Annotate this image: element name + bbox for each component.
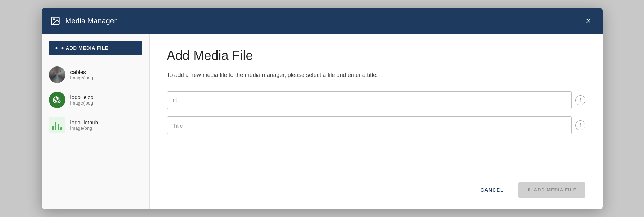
bar-2 (55, 122, 56, 130)
thumbnail-logo-elco: e (49, 92, 65, 108)
cancel-button[interactable]: CANCEL (475, 183, 509, 197)
add-media-file-sidebar-label: + ADD MEDIA FILE (61, 45, 109, 51)
close-button[interactable]: × (583, 15, 594, 27)
thumbnail-logo-iothub (49, 117, 65, 133)
thumbnail-cables (49, 66, 65, 83)
add-media-file-sidebar-button[interactable]: + + ADD MEDIA FILE (49, 41, 142, 55)
media-item-info: cables image/jpeg (70, 69, 93, 80)
svg-point-1 (53, 19, 55, 20)
modal-header: Media Manager × (42, 8, 603, 34)
title-input[interactable] (167, 116, 572, 134)
iothub-bars (52, 120, 62, 130)
media-item-name: logo_elco (70, 94, 93, 100)
media-item-info: logo_iothub image/png (70, 119, 99, 131)
list-item[interactable]: logo_iothub image/png (42, 112, 149, 138)
modal-body: + + ADD MEDIA FILE cables image/jpeg (42, 34, 603, 209)
title-field-group: i (167, 116, 585, 134)
form-description: To add a new media file to the media man… (167, 72, 585, 78)
list-item[interactable]: cables image/jpeg (42, 62, 149, 87)
media-item-type: image/png (70, 125, 99, 131)
media-item-name: cables (70, 69, 93, 75)
svg-text:e: e (55, 97, 58, 103)
plus-icon: + (55, 45, 59, 51)
elco-icon: e (51, 93, 64, 106)
media-list: cables image/jpeg e logo_elco (42, 62, 149, 138)
file-input[interactable] (167, 91, 572, 109)
title-info-button[interactable]: i (575, 120, 585, 130)
media-item-type: image/jpeg (70, 100, 93, 106)
submit-label: ADD MEDIA FILE (534, 187, 577, 193)
media-item-info: logo_elco image/jpeg (70, 94, 93, 106)
media-item-name: logo_iothub (70, 119, 99, 125)
form-title: Add Media File (167, 48, 585, 63)
modal-title: Media Manager (65, 17, 117, 25)
media-manager-modal: Media Manager × + + ADD MEDIA FILE cable… (42, 8, 603, 209)
bar-4 (60, 127, 62, 130)
upload-icon: ⇧ (527, 187, 531, 193)
sidebar: + + ADD MEDIA FILE cables image/jpeg (42, 34, 150, 209)
bar-3 (58, 124, 59, 130)
media-item-type: image/jpeg (70, 75, 93, 80)
main-content: Add Media File To add a new media file t… (150, 34, 603, 209)
list-item[interactable]: e logo_elco image/jpeg (42, 87, 149, 112)
bar-1 (52, 126, 54, 130)
form-actions: CANCEL ⇧ ADD MEDIA FILE (167, 182, 585, 198)
file-info-button[interactable]: i (575, 95, 585, 105)
image-icon (50, 16, 60, 26)
submit-button[interactable]: ⇧ ADD MEDIA FILE (518, 182, 585, 198)
file-field-group: i (167, 91, 585, 109)
header-left: Media Manager (50, 16, 117, 26)
